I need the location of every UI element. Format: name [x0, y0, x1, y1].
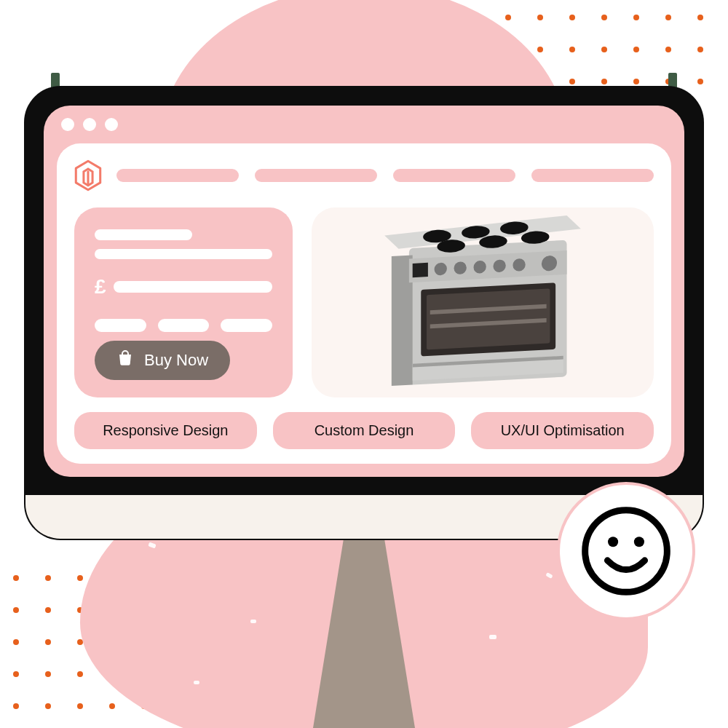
shopping-bag-icon — [116, 349, 134, 371]
attribute-pill[interactable] — [95, 319, 146, 332]
svg-point-24 — [585, 510, 668, 593]
product-subtitle-placeholder — [95, 249, 272, 260]
svg-rect-17 — [413, 262, 428, 277]
feature-responsive[interactable]: Responsive Design — [74, 412, 257, 449]
nav-link[interactable] — [255, 169, 377, 182]
currency-symbol: £ — [95, 277, 106, 297]
smiley-badge — [557, 482, 695, 620]
nav-link[interactable] — [531, 169, 654, 182]
price-placeholder — [114, 281, 272, 293]
magento-icon — [74, 159, 102, 191]
buy-now-label: Buy Now — [144, 351, 208, 370]
window-control-max-icon[interactable] — [105, 118, 118, 131]
feature-pills-row: Responsive Design Custom Design UX/UI Op… — [74, 412, 654, 449]
nav-link[interactable] — [393, 169, 515, 182]
feature-label: Custom Design — [314, 422, 414, 438]
nav-link[interactable] — [116, 169, 239, 182]
buy-now-button[interactable]: Buy Now — [95, 341, 230, 380]
feature-label: UX/UI Optimisation — [501, 422, 625, 438]
window-titlebar — [44, 106, 684, 143]
attribute-pills — [95, 319, 272, 332]
monitor-frame: £ Buy Now — [25, 87, 703, 539]
product-image-panel — [312, 207, 654, 397]
product-title-placeholder — [95, 229, 192, 240]
page-surface: £ Buy Now — [57, 143, 671, 464]
smiley-face-icon — [579, 505, 673, 598]
feature-custom[interactable]: Custom Design — [273, 412, 456, 449]
nav-links — [116, 169, 654, 182]
svg-point-25 — [608, 537, 618, 547]
feature-label: Responsive Design — [103, 422, 228, 438]
browser-window: £ Buy Now — [44, 106, 684, 477]
product-info-panel: £ Buy Now — [74, 207, 293, 397]
window-control-min-icon[interactable] — [83, 118, 96, 131]
header — [74, 159, 654, 191]
feature-ux[interactable]: UX/UI Optimisation — [471, 412, 654, 449]
product-image-stove-icon — [370, 208, 596, 397]
attribute-pill[interactable] — [158, 319, 210, 332]
svg-point-26 — [634, 537, 644, 547]
attribute-pill[interactable] — [221, 319, 272, 332]
window-control-close-icon[interactable] — [61, 118, 74, 131]
